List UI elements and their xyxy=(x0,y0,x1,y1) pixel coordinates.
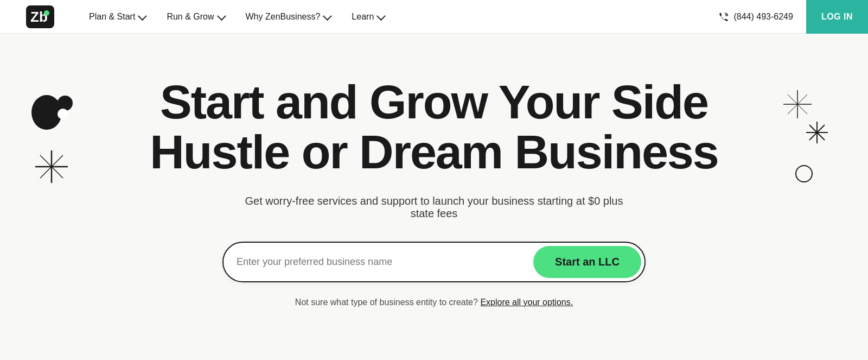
svg-point-5 xyxy=(58,109,68,119)
nav-links: Plan & Start Run & Grow Why ZenBusiness?… xyxy=(80,8,718,26)
svg-line-16 xyxy=(809,125,825,140)
svg-point-2 xyxy=(44,10,49,16)
svg-point-18 xyxy=(796,166,812,182)
hero-title: Start and Grow Your Side Hustle or Dream… xyxy=(150,77,718,178)
svg-line-17 xyxy=(809,125,825,140)
decorative-sparkle-right-top xyxy=(781,88,814,123)
navbar: Zb Plan & Start Run & Grow Why ZenBusine… xyxy=(0,0,868,34)
logo[interactable]: Zb xyxy=(26,5,54,28)
nav-right: (844) 493-6249 LOG IN xyxy=(718,0,842,34)
start-llc-button[interactable]: Start an LLC xyxy=(533,246,641,278)
svg-line-13 xyxy=(788,94,807,114)
login-button[interactable]: LOG IN xyxy=(806,0,868,34)
nav-why-zenbusiness[interactable]: Why ZenBusiness? xyxy=(237,8,339,26)
svg-point-4 xyxy=(58,96,73,111)
chevron-down-icon xyxy=(323,11,332,21)
phone-number[interactable]: (844) 493-6249 xyxy=(718,11,793,22)
hero-footer-text: Not sure what type of business entity to… xyxy=(295,298,573,307)
decorative-sparkle-left xyxy=(33,148,71,188)
chevron-down-icon xyxy=(216,11,226,21)
chevron-down-icon xyxy=(376,11,386,21)
hero-section: Start and Grow Your Side Hustle or Dream… xyxy=(0,34,868,360)
svg-line-9 xyxy=(40,155,63,178)
svg-line-12 xyxy=(788,94,807,114)
search-form: Start an LLC xyxy=(222,242,646,282)
nav-learn[interactable]: Learn xyxy=(343,8,392,26)
nav-run-grow[interactable]: Run & Grow xyxy=(158,8,232,26)
decorative-asterisk xyxy=(805,121,829,147)
svg-point-3 xyxy=(31,95,62,130)
explore-options-link[interactable]: Explore all your options. xyxy=(480,298,573,307)
hero-subtitle: Get worry-free services and support to l… xyxy=(244,195,624,220)
nav-plan-start[interactable]: Plan & Start xyxy=(80,8,154,26)
phone-icon xyxy=(718,11,729,22)
chevron-down-icon xyxy=(138,11,147,21)
decorative-blob xyxy=(26,88,80,139)
svg-line-8 xyxy=(40,155,63,178)
decorative-circle xyxy=(794,164,814,186)
business-name-input[interactable] xyxy=(237,251,533,273)
